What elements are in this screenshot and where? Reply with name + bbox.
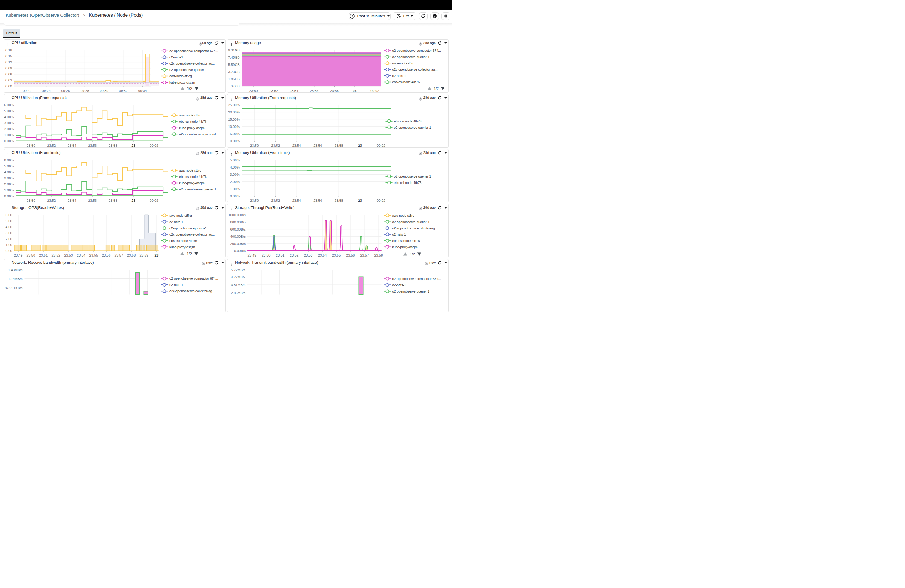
svg-text:ebs-csi-node-4tb76: ebs-csi-node-4tb76 [179, 175, 206, 178]
svg-text:1.00: 1.00 [5, 243, 12, 247]
svg-text:23: 23 [132, 199, 135, 202]
svg-text:4.77MB/s: 4.77MB/s [231, 275, 245, 279]
svg-text:o2-nats-1: o2-nats-1 [392, 74, 405, 78]
svg-text:23:58: 23:58 [375, 254, 383, 257]
svg-text:1.00%: 1.00% [4, 133, 14, 137]
svg-text:o2-nats-1: o2-nats-1 [392, 283, 405, 286]
svg-text:23:52: 23:52 [269, 89, 278, 92]
svg-text:23:55: 23:55 [89, 254, 98, 257]
svg-text:23:56: 23:56 [102, 254, 110, 257]
svg-text:5.00: 5.00 [5, 219, 12, 223]
svg-text:1000.00B/s: 1000.00B/s [229, 213, 246, 217]
svg-text:aws-node-st5rg: aws-node-st5rg [179, 113, 201, 117]
svg-text:23:50: 23:50 [26, 254, 35, 257]
svg-text:o2c-openobserve-collector-ag..: o2c-openobserve-collector-ag... [169, 289, 214, 293]
svg-text:1.86GB: 1.86GB [228, 77, 240, 81]
svg-text:kube-proxy-dscjm: kube-proxy-dscjm [169, 245, 195, 249]
svg-text:o2-openobserve-querier-1: o2-openobserve-querier-1 [169, 68, 207, 72]
svg-text:1/2: 1/2 [410, 252, 415, 256]
svg-text:5.00%: 5.00% [230, 132, 240, 136]
svg-text:23:58: 23:58 [127, 254, 136, 257]
svg-text:o2-openobserve-querier-1: o2-openobserve-querier-1 [394, 126, 431, 129]
svg-text:23:52: 23:52 [51, 254, 60, 257]
svg-text:1/2: 1/2 [187, 86, 192, 91]
svg-text:23:57: 23:57 [114, 254, 123, 257]
svg-text:23:56: 23:56 [346, 254, 355, 257]
svg-text:o2-openobserve-compactor-674..: o2-openobserve-compactor-674... [169, 49, 218, 53]
svg-text:23:54: 23:54 [76, 254, 85, 257]
svg-text:23:58: 23:58 [330, 89, 339, 92]
svg-text:kube-proxy-dscjm: kube-proxy-dscjm [169, 81, 195, 84]
svg-text:aws-node-st5rg: aws-node-st5rg [169, 74, 192, 78]
svg-text:o2-openobserve-querier-1: o2-openobserve-querier-1 [392, 220, 429, 224]
svg-text:o2-openobserve-compactor-674..: o2-openobserve-compactor-674... [392, 49, 441, 52]
svg-text:kube-proxy-dscjm: kube-proxy-dscjm [179, 181, 205, 185]
svg-text:aws-node-st5rg: aws-node-st5rg [392, 214, 414, 217]
svg-text:1/2: 1/2 [186, 252, 192, 256]
svg-text:1/2: 1/2 [433, 86, 439, 91]
svg-text:0.06: 0.06 [5, 72, 12, 76]
svg-text:23:56: 23:56 [88, 144, 97, 147]
svg-text:o2-openobserve-querier-1: o2-openobserve-querier-1 [179, 132, 216, 136]
svg-text:ebs-csi-node-4tb76: ebs-csi-node-4tb76 [392, 239, 419, 243]
svg-text:o2c-openobserve-collector-ag..: o2c-openobserve-collector-ag... [169, 62, 214, 65]
svg-text:23:57: 23:57 [360, 254, 369, 257]
svg-text:5.00%: 5.00% [4, 164, 14, 168]
svg-text:23:49: 23:49 [248, 254, 256, 257]
svg-text:0.00: 0.00 [5, 84, 12, 88]
svg-text:0.00: 0.00 [5, 249, 12, 253]
svg-text:00:02: 00:02 [150, 144, 158, 147]
svg-text:0.18: 0.18 [5, 48, 12, 52]
svg-text:kube-proxy-dscjm: kube-proxy-dscjm [179, 126, 205, 130]
svg-text:23:52: 23:52 [47, 199, 56, 202]
svg-text:15.00%: 15.00% [228, 118, 240, 121]
svg-text:aws-node-st5rg: aws-node-st5rg [169, 214, 192, 217]
svg-text:4.00%: 4.00% [4, 115, 14, 119]
svg-text:23:50: 23:50 [250, 199, 259, 202]
svg-text:23:52: 23:52 [47, 144, 56, 147]
svg-text:23:58: 23:58 [109, 144, 117, 147]
svg-text:o2-nats-1: o2-nats-1 [169, 220, 183, 224]
svg-text:400.00B/s: 400.00B/s [230, 235, 246, 238]
svg-text:o2c-openobserve-collector-ag..: o2c-openobserve-collector-ag... [392, 226, 437, 230]
svg-text:23:50: 23:50 [249, 89, 258, 92]
svg-text:23:52: 23:52 [290, 254, 298, 257]
svg-text:0.00B: 0.00B [231, 84, 240, 88]
svg-text:o2-openobserve-compactor-674..: o2-openobserve-compactor-674... [392, 277, 441, 280]
svg-text:09:26: 09:26 [61, 89, 70, 92]
svg-text:ebs-csi-node-4tb76: ebs-csi-node-4tb76 [392, 80, 419, 84]
svg-text:3.81MB/s: 3.81MB/s [231, 283, 245, 286]
svg-text:6.00%: 6.00% [4, 103, 14, 107]
svg-text:4.00%: 4.00% [230, 165, 240, 169]
svg-text:o2c-openobserve-collector-ag..: o2c-openobserve-collector-ag... [392, 68, 437, 71]
svg-text:878.91KB/s: 878.91KB/s [5, 286, 23, 289]
svg-text:0.00B/s: 0.00B/s [234, 249, 246, 253]
svg-text:ebs-csi-node-4tb76: ebs-csi-node-4tb76 [179, 120, 206, 123]
svg-text:o2-nats-1: o2-nats-1 [169, 283, 183, 286]
svg-text:600.00B/s: 600.00B/s [230, 227, 246, 231]
svg-text:o2-openobserve-querier-1: o2-openobserve-querier-1 [394, 175, 431, 178]
svg-text:23:54: 23:54 [68, 144, 76, 147]
svg-text:o2-openobserve-querier-1: o2-openobserve-querier-1 [392, 289, 429, 293]
svg-text:0.12: 0.12 [5, 60, 12, 64]
svg-text:23:58: 23:58 [109, 199, 117, 202]
svg-text:23: 23 [358, 144, 362, 147]
svg-text:1.43MB/s: 1.43MB/s [8, 268, 22, 272]
svg-text:ebs-csi-node-4tb76: ebs-csi-node-4tb76 [169, 239, 197, 243]
svg-text:kube-proxy-dscjm: kube-proxy-dscjm [392, 245, 418, 249]
svg-text:23:50: 23:50 [27, 144, 35, 147]
svg-text:o2c-openobserve-collector-ag..: o2c-openobserve-collector-ag... [169, 233, 214, 236]
svg-text:3.00%: 3.00% [4, 121, 14, 125]
svg-text:ebs-csi-node-4tb76: ebs-csi-node-4tb76 [394, 181, 421, 184]
svg-text:00:02: 00:02 [377, 144, 386, 147]
svg-text:4.00: 4.00 [5, 225, 12, 229]
svg-text:2.00%: 2.00% [4, 182, 14, 186]
svg-text:00:02: 00:02 [150, 199, 158, 202]
svg-text:09:28: 09:28 [80, 89, 89, 92]
svg-text:0.00%: 0.00% [230, 139, 240, 143]
svg-text:200.00B/s: 200.00B/s [230, 242, 246, 245]
svg-text:5.00%: 5.00% [4, 109, 14, 113]
svg-text:23: 23 [358, 199, 362, 202]
svg-text:23:51: 23:51 [276, 254, 284, 257]
svg-text:0.00%: 0.00% [4, 194, 14, 198]
